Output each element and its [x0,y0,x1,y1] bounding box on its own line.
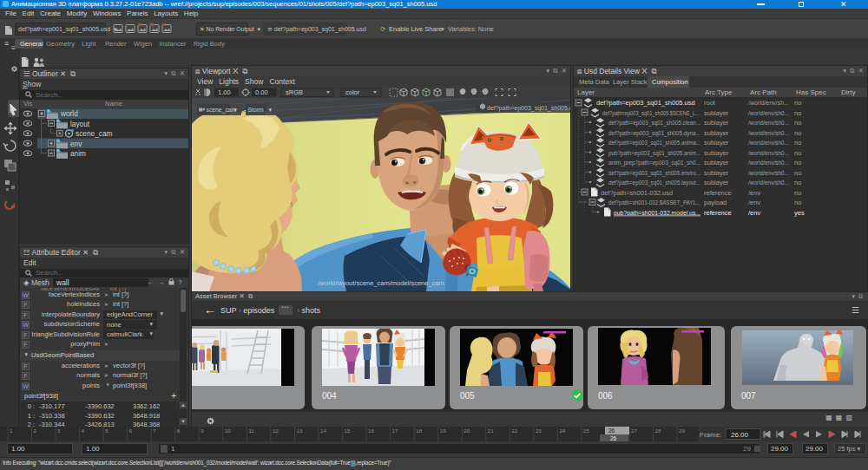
svg-text:Storm: Storm [248,107,264,113]
svg-text:reference: reference [704,189,732,197]
svg-text:world: world [60,109,78,118]
svg-text:Frame:: Frame: [700,431,721,439]
svg-text:16: 16 [368,428,374,434]
svg-text:def?path=ep003_sq01_sh005.envi: def?path=ep003_sq01_sh005.enviro... [608,169,700,177]
svg-text:def?path=ep003_sq01_sh005.usd: def?path=ep003_sq01_sh005.usd [596,99,695,107]
svg-text:24: 24 [559,428,565,434]
svg-text:no: no [794,129,801,137]
svg-text:2: 2 [34,428,37,434]
svg-text:19: 19 [440,428,446,434]
svg-text:def?path=ep003_sq01_sh005.clea: def?path=ep003_sq01_sh005.clean... [608,119,700,127]
svg-text:26.00: 26.00 [731,431,749,439]
svg-text:env: env [70,140,82,148]
svg-text:layout: layout [70,120,90,128]
svg-text:sublayer: sublayer [704,159,729,166]
svg-text:/world/env/sh0...: /world/env/sh0... [748,159,789,166]
svg-text:pub?path=sh001-032.model.us...: pub?path=sh001-032.model.us... [614,209,700,217]
svg-text:10: 10 [225,428,231,434]
svg-text:payload: payload [704,199,727,206]
svg-text:/world/env/sh0...: /world/env/sh0... [748,109,789,117]
svg-text:no: no [794,179,801,186]
svg-text:1.00: 1.00 [218,88,231,96]
svg-text:pub?path=ep003_sq01_sh005.anim: pub?path=ep003_sq01_sh005.anim... [608,149,700,157]
svg-text:sRGB: sRGB [286,88,303,96]
svg-text:no: no [794,139,801,147]
svg-text:21: 21 [488,428,494,434]
svg-text:17: 17 [392,428,398,434]
svg-text:sublayer: sublayer [704,109,729,117]
svg-text:18: 18 [416,428,422,434]
svg-text:5: 5 [105,428,108,434]
svg-text:14: 14 [320,428,326,434]
svg-text:/world/env/sh0...: /world/env/sh0... [748,179,789,186]
svg-text:12: 12 [273,428,279,434]
svg-text:7: 7 [153,428,156,434]
svg-text:/world/env/sh0...: /world/env/sh0... [748,129,789,137]
svg-text:22: 22 [511,428,517,434]
svg-text:27: 27 [631,428,637,434]
svg-text:color: color [345,88,360,96]
svg-text:/world/layout/scene_cam/model/: /world/layout/scene_cam/model/scene_cam [318,279,444,287]
svg-text:26: 26 [610,435,617,441]
svg-text:/world/env/sh0...: /world/env/sh0... [748,139,789,147]
svg-text:3: 3 [57,428,61,434]
svg-text:def?path=ep003_sq01_sh005.$SCE: def?path=ep003_sq01_sh005.$SCENE_L... [602,109,700,117]
svg-text:sublayer: sublayer [704,149,729,157]
svg-text:anim: anim [70,149,86,158]
svg-text:26: 26 [608,428,615,434]
svg-text:11: 11 [248,428,254,434]
svg-text:no: no [794,199,801,206]
svg-text:/env: /env [748,209,760,217]
svg-text:def?path=ep003_sq01_sh005.layo: def?path=ep003_sq01_sh005.layout... [608,179,700,186]
svg-text:yes: yes [794,209,805,217]
svg-text:anim_prep?path=ep003_sq01_sh0.: anim_prep?path=ep003_sq01_sh0... [608,159,700,166]
svg-text:no: no [794,159,801,166]
svg-text:15: 15 [345,428,351,434]
svg-text:/env: /env [748,189,760,197]
svg-text:/world/env/sh...: /world/env/sh... [748,99,789,107]
svg-text:9: 9 [201,428,204,434]
svg-text:no: no [794,119,801,127]
svg-text:scene_cam: scene_cam [207,107,237,114]
svg-text:/env: /env [748,199,760,206]
svg-text:25: 25 [583,428,589,434]
svg-text:/world/env/sh0...: /world/env/sh0... [748,119,789,127]
svg-text:sublayer: sublayer [704,169,729,177]
svg-text:13: 13 [297,428,303,434]
svg-text:no: no [794,99,801,107]
svg-text:def?path=ep003_sq01_sh005.anim: def?path=ep003_sq01_sh005.anima... [608,139,700,147]
svg-text:4: 4 [82,428,85,434]
svg-text:▾: ▾ [269,107,273,113]
svg-text:sublayer: sublayer [704,179,729,186]
svg-text:reference: reference [704,209,732,217]
svg-text:/world/env/sh0...: /world/env/sh0... [748,169,789,177]
svg-text:def?path=sh001-032.$ASSET_PAYL: def?path=sh001-032.$ASSET_PAYL... [608,199,700,206]
svg-text:sublayer: sublayer [704,139,729,147]
svg-text:sublayer: sublayer [704,119,729,127]
svg-text:▾: ▾ [234,107,238,113]
svg-text:29: 29 [679,428,685,434]
svg-text:no: no [794,189,801,197]
svg-text:8: 8 [177,428,181,434]
svg-text:no: no [794,169,801,177]
svg-text:no: no [794,149,801,157]
svg-text:6: 6 [129,428,133,434]
svg-text:1: 1 [10,428,13,434]
svg-text:def?path=ep003_sq01_sh005.dyna: def?path=ep003_sq01_sh005.dyna... [608,129,700,137]
svg-text:/world/env/sh0...: /world/env/sh0... [748,149,789,157]
svg-text:def?path=ep003_sq01_sh005.usd: def?path=ep003_sq01_sh005.usd [487,105,570,112]
svg-text:def?path=sh001-032.usd: def?path=sh001-032.usd [601,189,673,197]
svg-text:sublayer: sublayer [704,129,729,137]
svg-text:no: no [794,109,801,117]
svg-text:28: 28 [655,428,661,434]
svg-text:root: root [704,99,716,107]
svg-text:23: 23 [536,428,542,434]
svg-text:scene_cam: scene_cam [76,129,113,138]
svg-text:20: 20 [464,428,470,434]
svg-text:0.00: 0.00 [255,88,268,96]
